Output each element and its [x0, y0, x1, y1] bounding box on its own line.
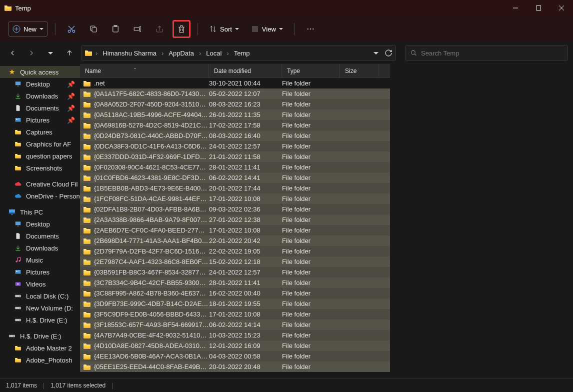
picture-icon — [14, 268, 22, 276]
new-button[interactable]: New — [8, 22, 48, 36]
table-row[interactable]: {3C88F995-A862-4B78-B360-4E6374D143...16… — [80, 288, 390, 298]
svg-rect-17 — [16, 222, 21, 225]
table-row[interactable]: {3C7B334C-9B4C-42CF-BB55-93006E3E9...28-… — [80, 278, 390, 288]
svg-point-11 — [412, 50, 416, 54]
search-box[interactable] — [405, 45, 568, 61]
sidebar-item[interactable]: Documents📌 — [0, 102, 80, 114]
table-row[interactable]: {05EE1E25-EED4-44C0-8FAB-E49BD39420...20… — [80, 362, 390, 372]
table-row[interactable]: {0A5118AC-19B5-4996-ACFE-4940439D9...26-… — [80, 110, 390, 120]
sidebar-this-pc[interactable]: This PC — [0, 206, 80, 218]
plus-circle-icon — [12, 25, 20, 33]
table-row[interactable]: {0DCA38F3-0D1C-41F6-A413-C6D6CFB4...24-0… — [80, 141, 390, 152]
sidebar-item[interactable]: OneDrive - Person — [0, 190, 80, 202]
sidebar-item[interactable]: H.$. Drive (E:) — [0, 314, 80, 326]
sidebar-ext-drive[interactable]: H.$. Drive (E:) — [0, 330, 80, 342]
sidebar-item[interactable]: Downloads📌 — [0, 90, 80, 102]
sidebar-item[interactable]: Screenshots — [0, 162, 80, 174]
recent-button[interactable] — [43, 46, 58, 60]
address-bar[interactable]: › Himanshu Sharma › AppData › Local › Te… — [81, 45, 396, 61]
table-row[interactable]: {3F5C9DF9-ED0B-4056-BBBD-64331725E5...17… — [80, 309, 390, 320]
more-button[interactable] — [302, 20, 320, 38]
sidebar-item[interactable]: Creative Cloud Fil — [0, 178, 80, 190]
table-row[interactable]: {2D79F79A-D2FB-42F7-BC6D-1516B6710...22-… — [80, 246, 390, 256]
table-row[interactable]: {1B5EBB0B-ABD3-4E73-9E6E-B400B45B1...20-… — [80, 183, 390, 194]
sidebar-item[interactable]: Captures — [0, 126, 80, 138]
desktop-icon — [14, 220, 22, 228]
table-row[interactable]: {2A3A338B-9866-4BAB-9A79-8F007CBD8...27-… — [80, 214, 390, 225]
sidebar-quick-access[interactable]: Quick access — [0, 66, 80, 78]
pin-icon: 📌 — [67, 116, 75, 124]
sidebar-item[interactable]: Pictures📌 — [0, 114, 80, 126]
up-button[interactable] — [62, 46, 77, 60]
svg-point-2 — [68, 30, 70, 32]
sidebar-item[interactable]: New Volume (D: — [0, 302, 80, 314]
view-button[interactable]: View — [247, 22, 287, 36]
refresh-icon[interactable] — [384, 49, 392, 57]
breadcrumb-segment[interactable]: AppData — [166, 50, 196, 57]
cut-button[interactable] — [62, 20, 80, 38]
share-button[interactable] — [150, 20, 168, 38]
table-row[interactable]: {4D10DA8E-0827-45D8-ADEA-03102DC2...12-0… — [80, 340, 390, 351]
table-row[interactable]: {0D24DB73-081C-440C-ABBD-D70FC2371...08-… — [80, 130, 390, 141]
forward-button[interactable] — [24, 46, 39, 60]
maximize-button[interactable] — [527, 0, 550, 16]
table-row[interactable]: {3D9FB73E-999C-4DB7-B14C-D2AE3FC7A...18-… — [80, 298, 390, 309]
column-header-name[interactable]: Name ˆ — [80, 64, 209, 78]
column-header-type[interactable]: Type — [282, 64, 340, 78]
minimize-button[interactable] — [504, 0, 527, 16]
rename-button[interactable] — [128, 20, 146, 38]
table-row[interactable]: {2B698D14-7771-41A3-AAA1-BF4B08CA0...22-… — [80, 236, 390, 246]
svg-rect-0 — [536, 6, 541, 10]
folder-icon — [14, 344, 22, 352]
sort-button[interactable]: Sort — [205, 22, 243, 36]
drive-icon — [8, 332, 16, 340]
table-row[interactable]: .net30-10-2021 00:44File folder — [80, 78, 390, 88]
table-row[interactable]: {0E337DDD-031D-4F32-969F-1DFD189964...21… — [80, 152, 390, 162]
table-row[interactable]: {0A8A052D-2F07-450D-9204-31510C4DA...08-… — [80, 99, 390, 110]
folder-icon — [4, 4, 12, 12]
drive-icon — [14, 316, 22, 324]
folder-icon — [83, 132, 91, 140]
table-row[interactable]: {2E7987C4-AAF1-4323-86C8-8EB0F92F23...15… — [80, 256, 390, 267]
breadcrumb-segment[interactable]: Local — [204, 50, 224, 57]
paste-button[interactable] — [106, 20, 124, 38]
column-header-size[interactable]: Size — [340, 64, 379, 78]
sidebar-item[interactable]: Adobe_Photosh — [0, 354, 80, 366]
table-row[interactable]: {0A69816B-5278-4D2C-8519-4D21C5646B...17… — [80, 120, 390, 130]
svg-point-3 — [72, 30, 75, 32]
column-header-date[interactable]: Date modified — [209, 64, 282, 78]
folder-icon — [83, 90, 91, 98]
chevron-down-icon[interactable] — [374, 50, 378, 56]
back-button[interactable] — [5, 46, 20, 60]
sidebar-item[interactable]: Desktop📌 — [0, 78, 80, 90]
table-row[interactable]: {3F18553C-657F-4A93-BF54-66991780AE6...0… — [80, 320, 390, 330]
table-row[interactable]: {0A1A17F5-682C-4833-86D0-71430E31EF...05… — [80, 88, 390, 99]
sidebar-item[interactable]: Pictures — [0, 266, 80, 278]
table-row[interactable]: {02DFA1B8-2B07-4D03-AFBB-8A6BC7C0...09-0… — [80, 204, 390, 214]
sidebar-item[interactable]: Videos — [0, 278, 80, 290]
table-row[interactable]: {4A7B7A49-0CBE-4F42-9032-5141008D4D...10… — [80, 330, 390, 340]
table-row[interactable]: {4EE13AD6-5B0B-46A7-ACA3-0B1A55237...04-… — [80, 351, 390, 362]
sidebar-item[interactable]: Documents — [0, 230, 80, 242]
breadcrumb-segment[interactable]: Temp — [232, 50, 252, 57]
sidebar-item[interactable]: Adobe Master 2 — [0, 342, 80, 354]
table-row[interactable]: {01C0FBD6-4623-4381-9E8C-DF3D5ABF8...06-… — [80, 172, 390, 183]
table-row[interactable]: {1FCF08FC-51DA-4CAE-9981-44EF8DCA5...17-… — [80, 194, 390, 204]
sidebar-item[interactable]: Music — [0, 254, 80, 266]
table-row[interactable]: {2AEB6D7E-CF0C-4FA0-BEED-277CAC5E3...17-… — [80, 225, 390, 236]
copy-button[interactable] — [84, 20, 102, 38]
sidebar-item[interactable]: question papers — [0, 150, 80, 162]
breadcrumb-segment[interactable]: Himanshu Sharma — [100, 50, 158, 57]
search-input[interactable] — [421, 50, 562, 57]
sidebar-item[interactable]: Downloads — [0, 242, 80, 254]
sidebar-item[interactable]: Desktop — [0, 218, 80, 230]
sidebar-item[interactable]: Graphics for AF — [0, 138, 80, 150]
sidebar-item[interactable]: Local Disk (C:) — [0, 290, 80, 302]
svg-point-24 — [20, 296, 20, 296]
table-row[interactable]: {0F020308-90C4-4621-8C53-4CE7775A6A...28… — [80, 162, 390, 172]
delete-button[interactable] — [172, 20, 190, 38]
window-title: Temp — [15, 4, 504, 12]
status-item-count: 1,017 items — [6, 382, 37, 389]
table-row[interactable]: {03B591FB-B8C3-467F-8534-328774E9BD...24… — [80, 267, 390, 278]
close-button[interactable] — [550, 0, 573, 16]
